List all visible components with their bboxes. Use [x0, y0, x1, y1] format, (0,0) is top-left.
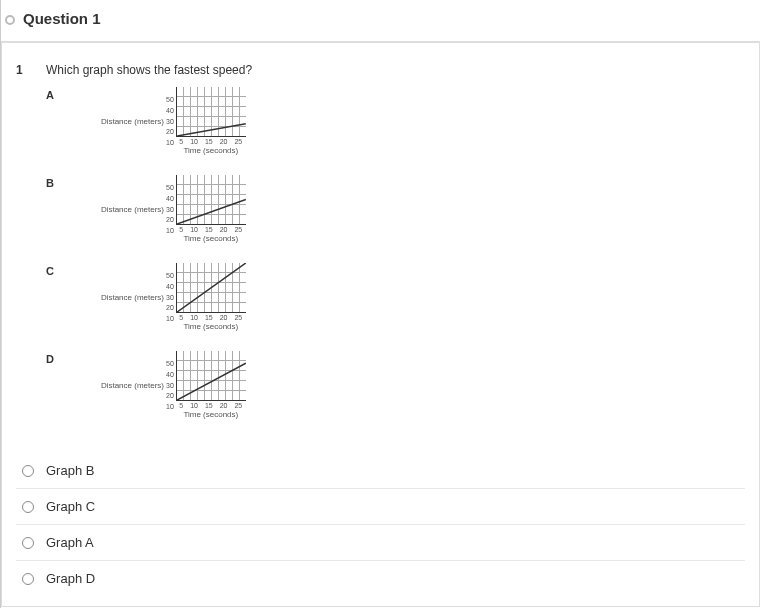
graph-letter-a: A [46, 87, 86, 101]
x-axis-label: Time (seconds) [183, 234, 238, 243]
nav-circle-icon [5, 15, 15, 25]
y-axis-label: Distance (meters) [86, 293, 166, 302]
chart-d [176, 351, 246, 401]
y-ticks: 5040302010 [166, 360, 176, 410]
chart-a [176, 87, 246, 137]
y-axis-label: Distance (meters) [86, 381, 166, 390]
radio-icon[interactable] [22, 501, 34, 513]
option-graph-b[interactable]: Graph B [16, 453, 745, 489]
svg-line-0 [177, 124, 246, 136]
y-ticks: 5040302010 [166, 184, 176, 234]
option-label: Graph B [46, 463, 94, 478]
answer-options: Graph B Graph C Graph A Graph D [16, 453, 745, 596]
svg-line-1 [177, 200, 246, 225]
graph-letter-b: B [46, 175, 86, 189]
option-graph-c[interactable]: Graph C [16, 489, 745, 525]
question-title: Question 1 [23, 10, 101, 27]
graph-block-a: A Distance (meters) 5040302010 [46, 87, 745, 169]
y-ticks: 5040302010 [166, 96, 176, 146]
radio-icon[interactable] [22, 573, 34, 585]
question-header: Question 1 [1, 0, 760, 42]
y-axis-label: Distance (meters) [86, 117, 166, 126]
x-axis-label: Time (seconds) [183, 146, 238, 155]
x-ticks: 510152025 [176, 137, 246, 145]
x-ticks: 510152025 [176, 401, 246, 409]
x-axis-label: Time (seconds) [183, 322, 238, 331]
chart-b [176, 175, 246, 225]
radio-icon[interactable] [22, 537, 34, 549]
radio-icon[interactable] [22, 465, 34, 477]
question-number: 1 [16, 63, 28, 77]
x-ticks: 510152025 [176, 313, 246, 321]
option-label: Graph C [46, 499, 95, 514]
svg-line-3 [177, 363, 246, 400]
graph-block-d: D Distance (meters) 5040302010 [46, 351, 745, 433]
question-text: Which graph shows the fastest speed? [46, 63, 745, 77]
option-label: Graph A [46, 535, 94, 550]
graph-letter-c: C [46, 263, 86, 277]
graph-letter-d: D [46, 351, 86, 365]
option-label: Graph D [46, 571, 95, 586]
question-content: 1 Which graph shows the fastest speed? A… [1, 42, 760, 607]
svg-line-2 [177, 263, 246, 312]
graph-block-c: C Distance (meters) 5040302010 [46, 263, 745, 345]
chart-c [176, 263, 246, 313]
page: Question 1 1 Which graph shows the faste… [0, 0, 760, 608]
graph-block-b: B Distance (meters) 5040302010 [46, 175, 745, 257]
option-graph-a[interactable]: Graph A [16, 525, 745, 561]
x-ticks: 510152025 [176, 225, 246, 233]
y-ticks: 5040302010 [166, 272, 176, 322]
y-axis-label: Distance (meters) [86, 205, 166, 214]
option-graph-d[interactable]: Graph D [16, 561, 745, 596]
x-axis-label: Time (seconds) [183, 410, 238, 419]
